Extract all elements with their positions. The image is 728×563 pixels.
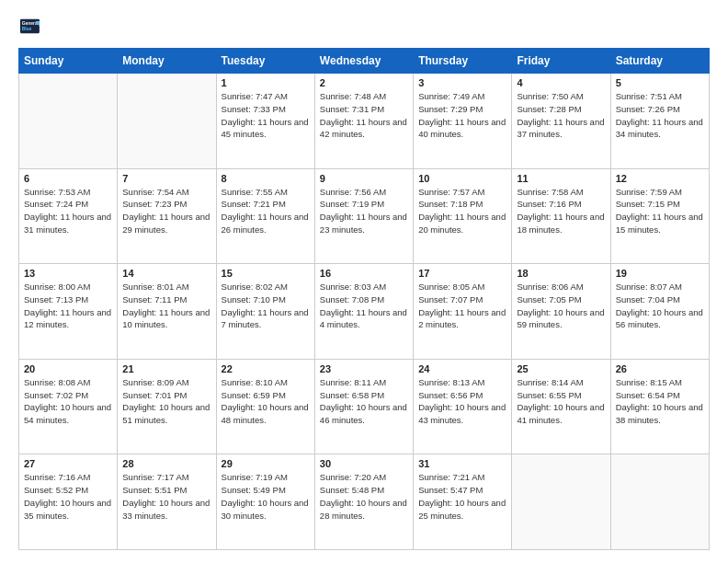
calendar-table: SundayMondayTuesdayWednesdayThursdayFrid…: [18, 48, 710, 550]
day-info: Sunrise: 7:56 AM Sunset: 7:19 PM Dayligh…: [320, 186, 408, 236]
day-cell: 12Sunrise: 7:59 AM Sunset: 7:15 PM Dayli…: [610, 168, 709, 264]
week-row-4: 27Sunrise: 7:16 AM Sunset: 5:52 PM Dayli…: [19, 454, 710, 550]
day-number: 26: [616, 363, 704, 374]
day-cell: 24Sunrise: 8:13 AM Sunset: 6:56 PM Dayli…: [414, 359, 512, 454]
calendar-page: General Blue SundayMondayTuesdayWednesda…: [0, 0, 728, 563]
day-info: Sunrise: 8:00 AM Sunset: 7:13 PM Dayligh…: [24, 281, 112, 331]
day-cell: 6Sunrise: 7:53 AM Sunset: 7:24 PM Daylig…: [19, 168, 118, 264]
day-info: Sunrise: 8:01 AM Sunset: 7:11 PM Dayligh…: [122, 281, 210, 331]
day-info: Sunrise: 7:16 AM Sunset: 5:52 PM Dayligh…: [24, 471, 112, 522]
day-cell: [610, 454, 709, 550]
day-info: Sunrise: 8:05 AM Sunset: 7:07 PM Dayligh…: [418, 281, 506, 331]
day-info: Sunrise: 7:21 AM Sunset: 5:47 PM Dayligh…: [418, 471, 506, 522]
col-header-wednesday: Wednesday: [314, 49, 413, 74]
day-cell: 7Sunrise: 7:54 AM Sunset: 7:23 PM Daylig…: [118, 168, 216, 264]
day-info: Sunrise: 7:55 AM Sunset: 7:21 PM Dayligh…: [222, 186, 310, 236]
day-cell: 19Sunrise: 8:07 AM Sunset: 7:04 PM Dayli…: [610, 264, 709, 360]
col-header-thursday: Thursday: [414, 49, 512, 74]
day-cell: 21Sunrise: 8:09 AM Sunset: 7:01 PM Dayli…: [118, 359, 216, 454]
day-info: Sunrise: 8:03 AM Sunset: 7:08 PM Dayligh…: [320, 281, 408, 331]
day-info: Sunrise: 8:13 AM Sunset: 6:56 PM Dayligh…: [418, 376, 506, 427]
header-row: SundayMondayTuesdayWednesdayThursdayFrid…: [19, 49, 710, 74]
day-cell: 26Sunrise: 8:15 AM Sunset: 6:54 PM Dayli…: [610, 359, 709, 454]
day-number: 10: [418, 173, 506, 184]
day-cell: 22Sunrise: 8:10 AM Sunset: 6:59 PM Dayli…: [216, 359, 314, 454]
day-info: Sunrise: 8:07 AM Sunset: 7:04 PM Dayligh…: [616, 281, 704, 331]
day-info: Sunrise: 7:48 AM Sunset: 7:31 PM Dayligh…: [320, 90, 408, 141]
svg-text:Blue: Blue: [22, 27, 32, 31]
day-cell: [118, 74, 216, 169]
day-number: 13: [24, 268, 112, 279]
week-row-2: 13Sunrise: 8:00 AM Sunset: 7:13 PM Dayli…: [19, 264, 710, 360]
logo: General Blue: [18, 17, 40, 40]
day-info: Sunrise: 7:54 AM Sunset: 7:23 PM Dayligh…: [122, 186, 210, 236]
day-number: 27: [24, 458, 112, 469]
day-number: 9: [320, 173, 408, 184]
day-cell: 30Sunrise: 7:20 AM Sunset: 5:48 PM Dayli…: [314, 454, 413, 550]
day-info: Sunrise: 7:59 AM Sunset: 7:15 PM Dayligh…: [616, 186, 704, 236]
logo-icon: General Blue: [20, 17, 40, 37]
day-number: 25: [517, 363, 605, 374]
day-cell: 14Sunrise: 8:01 AM Sunset: 7:11 PM Dayli…: [118, 264, 216, 360]
day-cell: 16Sunrise: 8:03 AM Sunset: 7:08 PM Dayli…: [314, 264, 413, 360]
day-info: Sunrise: 7:57 AM Sunset: 7:18 PM Dayligh…: [418, 186, 506, 236]
day-cell: 31Sunrise: 7:21 AM Sunset: 5:47 PM Dayli…: [414, 454, 512, 550]
day-cell: 4Sunrise: 7:50 AM Sunset: 7:28 PM Daylig…: [512, 74, 610, 169]
day-info: Sunrise: 8:15 AM Sunset: 6:54 PM Dayligh…: [616, 376, 704, 427]
day-cell: 13Sunrise: 8:00 AM Sunset: 7:13 PM Dayli…: [19, 264, 118, 360]
day-info: Sunrise: 7:53 AM Sunset: 7:24 PM Dayligh…: [24, 186, 112, 236]
day-cell: 9Sunrise: 7:56 AM Sunset: 7:19 PM Daylig…: [314, 168, 413, 264]
day-number: 15: [222, 268, 310, 279]
day-info: Sunrise: 7:50 AM Sunset: 7:28 PM Dayligh…: [517, 90, 605, 141]
week-row-3: 20Sunrise: 8:08 AM Sunset: 7:02 PM Dayli…: [19, 359, 710, 454]
day-number: 4: [517, 77, 605, 88]
day-number: 2: [320, 77, 408, 88]
day-cell: 28Sunrise: 7:17 AM Sunset: 5:51 PM Dayli…: [118, 454, 216, 550]
day-number: 6: [24, 173, 112, 184]
week-row-0: 1Sunrise: 7:47 AM Sunset: 7:33 PM Daylig…: [19, 74, 710, 169]
day-cell: 11Sunrise: 7:58 AM Sunset: 7:16 PM Dayli…: [512, 168, 610, 264]
week-row-1: 6Sunrise: 7:53 AM Sunset: 7:24 PM Daylig…: [19, 168, 710, 264]
day-number: 23: [320, 363, 408, 374]
day-number: 18: [517, 268, 605, 279]
day-cell: 2Sunrise: 7:48 AM Sunset: 7:31 PM Daylig…: [314, 74, 413, 169]
day-cell: 20Sunrise: 8:08 AM Sunset: 7:02 PM Dayli…: [19, 359, 118, 454]
day-number: 30: [320, 458, 408, 469]
col-header-friday: Friday: [512, 49, 610, 74]
col-header-monday: Monday: [118, 49, 216, 74]
day-number: 8: [222, 173, 310, 184]
day-number: 12: [616, 173, 704, 184]
day-info: Sunrise: 8:09 AM Sunset: 7:01 PM Dayligh…: [122, 376, 210, 427]
day-info: Sunrise: 7:49 AM Sunset: 7:29 PM Dayligh…: [418, 90, 506, 141]
day-cell: 17Sunrise: 8:05 AM Sunset: 7:07 PM Dayli…: [414, 264, 512, 360]
day-info: Sunrise: 8:14 AM Sunset: 6:55 PM Dayligh…: [517, 376, 605, 427]
day-number: 24: [418, 363, 506, 374]
day-number: 14: [122, 268, 210, 279]
day-cell: 10Sunrise: 7:57 AM Sunset: 7:18 PM Dayli…: [414, 168, 512, 264]
day-cell: 1Sunrise: 7:47 AM Sunset: 7:33 PM Daylig…: [216, 74, 314, 169]
day-number: 11: [517, 173, 605, 184]
col-header-sunday: Sunday: [19, 49, 118, 74]
day-cell: 23Sunrise: 8:11 AM Sunset: 6:58 PM Dayli…: [314, 359, 413, 454]
day-info: Sunrise: 7:19 AM Sunset: 5:49 PM Dayligh…: [222, 471, 310, 522]
day-info: Sunrise: 7:17 AM Sunset: 5:51 PM Dayligh…: [122, 471, 210, 522]
day-number: 29: [222, 458, 310, 469]
day-cell: 25Sunrise: 8:14 AM Sunset: 6:55 PM Dayli…: [512, 359, 610, 454]
day-cell: 8Sunrise: 7:55 AM Sunset: 7:21 PM Daylig…: [216, 168, 314, 264]
day-info: Sunrise: 8:08 AM Sunset: 7:02 PM Dayligh…: [24, 376, 112, 427]
day-number: 28: [122, 458, 210, 469]
day-number: 20: [24, 363, 112, 374]
day-info: Sunrise: 7:47 AM Sunset: 7:33 PM Dayligh…: [222, 90, 310, 141]
day-info: Sunrise: 7:20 AM Sunset: 5:48 PM Dayligh…: [320, 471, 408, 522]
day-number: 19: [616, 268, 704, 279]
day-info: Sunrise: 7:58 AM Sunset: 7:16 PM Dayligh…: [517, 186, 605, 236]
day-info: Sunrise: 7:51 AM Sunset: 7:26 PM Dayligh…: [616, 90, 704, 141]
day-cell: 29Sunrise: 7:19 AM Sunset: 5:49 PM Dayli…: [216, 454, 314, 550]
header: General Blue: [18, 17, 710, 40]
day-cell: 18Sunrise: 8:06 AM Sunset: 7:05 PM Dayli…: [512, 264, 610, 360]
day-info: Sunrise: 8:11 AM Sunset: 6:58 PM Dayligh…: [320, 376, 408, 427]
day-number: 17: [418, 268, 506, 279]
day-cell: 27Sunrise: 7:16 AM Sunset: 5:52 PM Dayli…: [19, 454, 118, 550]
day-cell: [512, 454, 610, 550]
day-number: 5: [616, 77, 704, 88]
